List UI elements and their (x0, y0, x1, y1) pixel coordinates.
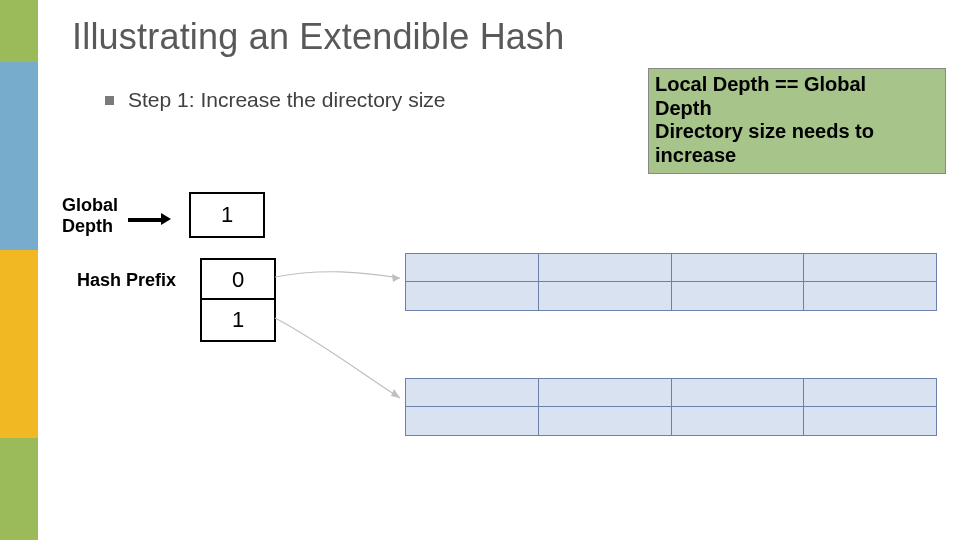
directory-slot-1: 1 (200, 298, 276, 342)
callout-box: Local Depth == Global Depth Directory si… (648, 68, 946, 174)
bucket-row (405, 281, 937, 311)
svg-marker-0 (392, 274, 400, 282)
step-text: Step 1: Increase the directory size (128, 88, 446, 112)
step-bullet: Step 1: Increase the directory size (105, 88, 446, 112)
callout-line: Local Depth == Global (655, 73, 939, 97)
slide-title: Illustrating an Extendible Hash (72, 16, 564, 58)
accent-stripe (0, 438, 38, 540)
bucket-row (405, 378, 937, 408)
accent-stripe (0, 62, 38, 250)
directory-slot-0: 0 (200, 258, 276, 302)
bucket-row (405, 253, 937, 283)
pointer-arrows (272, 250, 412, 450)
arrow-icon (128, 214, 170, 216)
callout-line: Depth (655, 97, 939, 121)
accent-stripe (0, 0, 38, 62)
accent-sidebar (0, 0, 38, 540)
bucket-row (405, 406, 937, 436)
svg-marker-1 (391, 389, 400, 398)
global-depth-label: Global Depth (62, 195, 118, 236)
hash-prefix-label: Hash Prefix (77, 270, 176, 291)
callout-line: Directory size needs to (655, 120, 939, 144)
global-depth-box: 1 (189, 192, 265, 238)
callout-line: increase (655, 144, 939, 168)
bullet-icon (105, 96, 114, 105)
accent-stripe (0, 250, 38, 438)
